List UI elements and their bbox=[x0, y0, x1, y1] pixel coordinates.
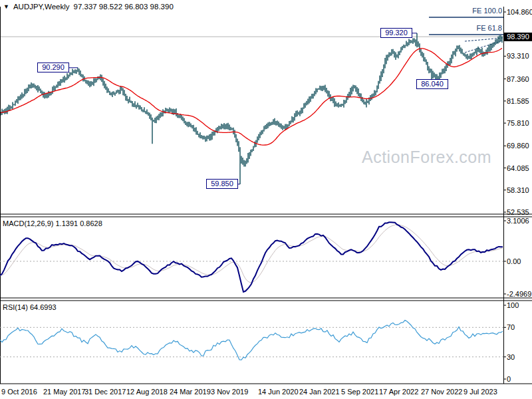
macd-axis-label: 3.1006 bbox=[507, 217, 529, 225]
price-annotation: 86.040 bbox=[416, 79, 448, 89]
date-label: 3 Nov 2019 bbox=[211, 388, 248, 396]
macd-signal-line bbox=[0, 225, 503, 283]
price-axis-label: 69.860 bbox=[507, 142, 529, 150]
price-axis-label: 93.310 bbox=[507, 53, 529, 60]
macd-main-line bbox=[0, 222, 503, 292]
date-label: 14 Jun 2020 bbox=[258, 388, 299, 396]
date-label: 27 Nov 2022 bbox=[421, 388, 462, 396]
date-label: 24 Mar 2019 bbox=[170, 388, 211, 396]
date-label: 9 Jul 2023 bbox=[464, 388, 497, 396]
price-annotation: 59.850 bbox=[206, 179, 238, 189]
date-label: 24 Jan 2021 bbox=[299, 388, 340, 396]
price-axis-label: 81.585 bbox=[507, 98, 529, 105]
rsi-indicator-label: RSI(14) 64.6993 bbox=[3, 303, 57, 311]
price-bars bbox=[1, 33, 502, 184]
price-annotation: 90.290 bbox=[37, 63, 69, 72]
price-axis-label: 64.085 bbox=[507, 165, 529, 172]
macd-indicator-label: MACD(12,26,9) 1.1391 0.8628 bbox=[3, 219, 102, 227]
chart-title: ▼ AUDJPY,Weekly 97.337 98.522 96.803 98.… bbox=[3, 3, 174, 11]
trading-chart-window: ActionForex.com ▼ AUDJPY,Weekly 97.337 9… bbox=[0, 0, 532, 399]
date-label: 17 Apr 2022 bbox=[379, 388, 418, 396]
price-axis-label: 104.860 bbox=[507, 9, 532, 16]
date-label: 12 Aug 2018 bbox=[126, 388, 168, 396]
chart-plot-area[interactable] bbox=[0, 0, 532, 399]
fe-618-label: FE 61.8 bbox=[476, 25, 502, 32]
current-price-tag: 98.390 bbox=[504, 33, 532, 41]
price-axis-label: 58.310 bbox=[507, 187, 529, 194]
macd-axis-label: 0.00 bbox=[507, 258, 521, 265]
moving-average-line bbox=[1, 49, 502, 146]
date-label: 5 Sep 2021 bbox=[341, 388, 378, 396]
price-axis-label: 87.360 bbox=[507, 76, 529, 83]
date-label: 31 Dec 2017 bbox=[84, 388, 126, 396]
macd-axis-label: -2.4969 bbox=[507, 291, 531, 298]
chart-title-symbol: AUDJPY,Weekly bbox=[13, 3, 70, 11]
rsi-axis-label: 0 bbox=[507, 376, 511, 383]
fe-100-label: FE 100.0 bbox=[472, 7, 502, 15]
date-label: 9 Oct 2016 bbox=[1, 388, 37, 396]
rsi-axis-label: 100 bbox=[507, 302, 519, 309]
rsi-axis-label: 30 bbox=[507, 354, 515, 361]
price-axis-label: 75.810 bbox=[507, 120, 529, 127]
chart-title-ohlc: 97.337 98.522 96.803 98.390 bbox=[74, 3, 174, 11]
price-axis-label: 52.535 bbox=[507, 209, 529, 216]
rsi-line bbox=[0, 321, 503, 360]
symbol-dropdown-icon[interactable]: ▼ bbox=[3, 3, 9, 10]
price-annotation: 99.320 bbox=[380, 28, 412, 38]
date-label: 21 May 2017 bbox=[43, 388, 86, 396]
rsi-axis-label: 70 bbox=[507, 324, 515, 331]
